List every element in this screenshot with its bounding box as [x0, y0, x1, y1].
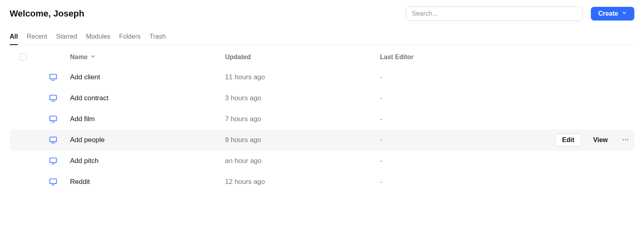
table-row[interactable]: Add client 11 hours ago - Edit View [10, 67, 634, 88]
svg-rect-10 [50, 116, 56, 121]
item-updated: 12 hours ago [225, 178, 380, 186]
item-updated: 9 hours ago [225, 136, 380, 144]
item-editor: - [380, 73, 515, 81]
item-name: Add people [70, 136, 225, 144]
svg-point-18 [625, 139, 626, 140]
item-updated: 11 hours ago [225, 73, 380, 81]
chevron-down-icon [90, 54, 96, 61]
item-editor: - [380, 115, 515, 123]
svg-rect-15 [50, 137, 56, 142]
item-name: Add client [70, 73, 225, 81]
table-row[interactable]: Add pitch an hour ago - Edit View [10, 151, 634, 171]
create-button[interactable]: Create [591, 7, 634, 21]
column-header-name[interactable]: Name [70, 54, 96, 61]
view-button[interactable]: View [588, 134, 613, 146]
svg-point-17 [623, 139, 624, 140]
page-title: Welcome, Joseph [10, 8, 84, 19]
monitor-icon [49, 73, 57, 81]
monitor-icon [49, 94, 57, 102]
item-updated: 7 hours ago [225, 115, 380, 123]
item-editor: - [380, 157, 515, 165]
select-all-checkbox[interactable] [19, 54, 27, 61]
item-updated: 3 hours ago [225, 94, 380, 102]
tab-starred[interactable]: Starred [56, 31, 77, 45]
monitor-icon [49, 157, 57, 165]
column-header-name-label: Name [70, 54, 88, 61]
more-button[interactable] [620, 134, 631, 146]
tab-folders[interactable]: Folders [119, 31, 140, 45]
table-row[interactable]: Add contract 3 hours ago - Edit View [10, 88, 634, 109]
table-row[interactable]: Add people 9 hours ago - Edit View [10, 130, 634, 151]
edit-button[interactable]: Edit [555, 134, 581, 146]
tab-modules[interactable]: Modules [86, 31, 110, 45]
tab-recent[interactable]: Recent [27, 31, 47, 45]
item-updated: an hour ago [225, 157, 380, 165]
svg-rect-5 [50, 95, 56, 100]
items-table: Name Updated Last Editor Add client 11 h… [10, 47, 634, 192]
monitor-icon [49, 115, 57, 123]
create-button-label: Create [598, 10, 618, 17]
item-editor: - [380, 94, 515, 102]
table-row[interactable]: Add film 7 hours ago - Edit View [10, 109, 634, 130]
item-name: Reddit [70, 178, 225, 186]
search-input[interactable] [406, 6, 583, 21]
item-editor: - [380, 178, 515, 186]
svg-rect-0 [50, 74, 56, 79]
tabs-bar: All Recent Starred Modules Folders Trash [10, 31, 634, 45]
more-horizontal-icon [621, 136, 630, 145]
item-name: Add pitch [70, 157, 225, 165]
svg-point-19 [627, 139, 628, 140]
column-header-updated[interactable]: Updated [225, 54, 380, 61]
tab-all[interactable]: All [10, 31, 18, 45]
svg-rect-20 [50, 158, 56, 163]
table-row[interactable]: Reddit 12 hours ago - Edit View [10, 171, 634, 192]
chevron-down-icon [621, 10, 627, 17]
item-editor: - [380, 136, 515, 144]
item-name: Add film [70, 115, 225, 123]
tab-trash[interactable]: Trash [149, 31, 165, 45]
item-name: Add contract [70, 94, 225, 102]
table-header-row: Name Updated Last Editor [10, 47, 634, 67]
monitor-icon [49, 136, 57, 144]
svg-rect-25 [50, 179, 56, 184]
monitor-icon [49, 178, 57, 186]
column-header-last-editor[interactable]: Last Editor [380, 54, 515, 61]
